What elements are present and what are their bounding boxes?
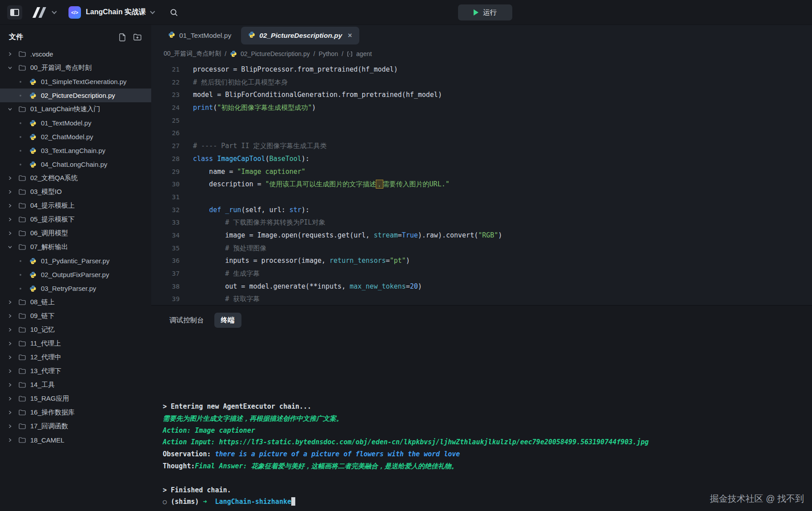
chevron-down-icon[interactable] (8, 66, 19, 70)
breadcrumb-item[interactable]: agent (356, 50, 372, 57)
panel-tab-terminal[interactable]: 终端 (214, 313, 241, 328)
folder-icon (19, 341, 30, 346)
terminal-output[interactable]: > Entering new AgentExecutor chain...需要先… (151, 401, 812, 508)
chevron-right-icon[interactable] (8, 204, 19, 208)
editor-tab[interactable]: 01_TextModel.py (161, 27, 238, 44)
tree-item-folder[interactable]: 17_回调函数 (0, 419, 151, 433)
breadcrumb-item[interactable]: Python (319, 50, 338, 57)
panel-tab-debug-console[interactable]: 调试控制台 (163, 313, 211, 328)
tree-item-folder[interactable]: 07_解析输出 (0, 240, 151, 254)
chevron-down-icon[interactable] (8, 245, 19, 249)
tree-item-folder[interactable]: 01_LangChain快速入门 (0, 102, 151, 116)
breadcrumb-item[interactable]: 00_开篇词_奇点时刻 (164, 50, 221, 58)
sidebar-toggle-button[interactable] (7, 5, 22, 20)
ide-logo[interactable] (30, 7, 56, 18)
tree-item-folder[interactable]: 14_工具 (0, 378, 151, 392)
tree-item-file[interactable]: 02_PictureDescription.py (0, 89, 151, 102)
close-icon[interactable]: × (348, 32, 352, 40)
tree-item-label: 17_回调函数 (30, 422, 68, 431)
breadcrumb-item[interactable]: 02_PictureDescription.py (241, 50, 310, 57)
code-line[interactable]: 31 (151, 191, 812, 204)
tree-item-folder[interactable]: 13_代理下 (0, 364, 151, 378)
code-line[interactable]: 35 # 预处理图像 (151, 242, 812, 255)
tree-item-folder[interactable]: 11_代理上 (0, 337, 151, 350)
chevron-right-icon[interactable] (8, 438, 19, 442)
code-line[interactable]: 24print("初始化图像字幕生成模型成功") (151, 101, 812, 114)
tree-item-folder[interactable]: 12_代理中 (0, 350, 151, 364)
tree-item-file[interactable]: 02_OutputFixParser.py (0, 268, 151, 282)
tree-item-file[interactable]: 03_RetryParser.py (0, 282, 151, 295)
chevron-right-icon[interactable] (8, 328, 19, 332)
tree-item-file[interactable]: 03_TextLangChain.py (0, 144, 151, 157)
chevron-right-icon[interactable] (8, 355, 19, 359)
code-line[interactable]: 25 (151, 114, 812, 127)
chevron-right-icon[interactable] (8, 217, 19, 221)
new-file-icon[interactable] (119, 33, 126, 41)
new-folder-icon[interactable] (133, 34, 141, 40)
code-line[interactable]: 34 image = Image.open(requests.get(url, … (151, 229, 812, 242)
terminal-line: Action: Image captioner (163, 425, 812, 437)
python-icon (168, 31, 175, 40)
chevron-right-icon[interactable] (8, 397, 19, 401)
tree-item-folder[interactable]: 04_提示模板上 (0, 199, 151, 213)
code-line[interactable]: 36 inputs = processor(image, return_tens… (151, 254, 812, 267)
code-line[interactable]: 27# ---- Part II 定义图像字幕生成工具类 (151, 140, 812, 153)
code-line[interactable]: 32 def _run(self, url: str): (151, 204, 812, 217)
code-editor[interactable]: 21processor = BlipProcessor.from_pretrai… (151, 61, 812, 306)
tree-item-folder[interactable]: 06_调用模型 (0, 226, 151, 240)
tree-item-folder[interactable]: 05_提示模板下 (0, 213, 151, 226)
python-icon (29, 258, 41, 265)
code-line[interactable]: 30 description = "使用该工具可以生成图片的文字描述，需要传入图… (151, 178, 812, 191)
chevron-right-icon[interactable] (8, 231, 19, 235)
search-icon (169, 8, 178, 17)
terminal-line: Thought:Final Answer: 花象征着爱与美好，这幅画将二者完美融… (163, 460, 812, 472)
code-line[interactable]: 21processor = BlipProcessor.from_pretrai… (151, 63, 812, 76)
tab-label: 01_TextModel.py (179, 32, 231, 40)
tree-item-file[interactable]: 04_ChatLongChain.py (0, 157, 151, 171)
editor-tab[interactable]: 02_PictureDescription.py× (241, 27, 359, 44)
code-text: print("初始化图像字幕生成模型成功") (193, 101, 316, 114)
code-line[interactable]: 26 (151, 127, 812, 140)
tree-item-file[interactable]: 01_SimpleTextGeneration.py (0, 75, 151, 89)
code-line[interactable]: 39 # 获取字幕 (151, 293, 812, 306)
tree-item-folder[interactable]: 16_操作数据库 (0, 406, 151, 419)
run-button[interactable]: 运行 (458, 4, 512, 20)
tree-item-label: 14_工具 (30, 381, 55, 389)
tree-item-folder[interactable]: 09_链下 (0, 309, 151, 323)
project-switcher[interactable]: </> LangChain 实战课 (68, 6, 154, 19)
tree-item-file[interactable]: 01_TextModel.py (0, 116, 151, 130)
tree-item-folder[interactable]: 00_开篇词_奇点时刻 (0, 61, 151, 75)
code-line[interactable]: 37 # 生成字幕 (151, 267, 812, 280)
code-line[interactable]: 22# 然后我们初始化工具模型本身 (151, 76, 812, 89)
tree-item-folder[interactable]: 03_模型IO (0, 185, 151, 199)
code-line[interactable]: 23model = BlipForConditionalGeneration.f… (151, 89, 812, 101)
tree-item-label: 13_代理下 (30, 367, 61, 375)
breadcrumb-separator: / (225, 50, 226, 57)
chevron-right-icon[interactable] (8, 383, 19, 387)
code-line[interactable]: 33 # 下载图像并将其转换为PIL对象 (151, 216, 812, 229)
tree-item-folder[interactable]: 18_CAMEL (0, 433, 151, 447)
terminal-cursor[interactable] (291, 497, 295, 506)
chevron-right-icon[interactable] (8, 369, 19, 373)
tree-item-file[interactable]: 02_ChatModel.py (0, 130, 151, 144)
code-line[interactable]: 38 out = model.generate(**inputs, max_ne… (151, 280, 812, 293)
tree-item-folder[interactable]: .vscode (0, 47, 151, 61)
tree-item-folder[interactable]: 08_链上 (0, 295, 151, 309)
tree-item-folder[interactable]: 02_文档QA系统 (0, 171, 151, 185)
chevron-right-icon[interactable] (8, 424, 19, 428)
search-button[interactable] (169, 8, 178, 17)
chevron-right-icon[interactable] (8, 52, 19, 56)
chevron-down-icon[interactable] (8, 107, 19, 111)
chevron-right-icon[interactable] (8, 176, 19, 180)
code-line[interactable]: 28class ImageCapTool(BaseTool): (151, 153, 812, 165)
chevron-right-icon[interactable] (8, 342, 19, 346)
chevron-right-icon[interactable] (8, 300, 19, 304)
tree-item-folder[interactable]: 10_记忆 (0, 323, 151, 337)
tree-item-file[interactable]: 01_Pydantic_Parser.py (0, 254, 151, 268)
chevron-right-icon[interactable] (8, 314, 19, 318)
tree-item-folder[interactable]: 15_RAG应用 (0, 392, 151, 406)
code-line[interactable]: 29 name = "Image captioner" (151, 165, 812, 178)
chevron-right-icon[interactable] (8, 190, 19, 194)
tree-item-label: 02_PictureDescription.py (41, 92, 115, 99)
chevron-right-icon[interactable] (8, 410, 19, 414)
